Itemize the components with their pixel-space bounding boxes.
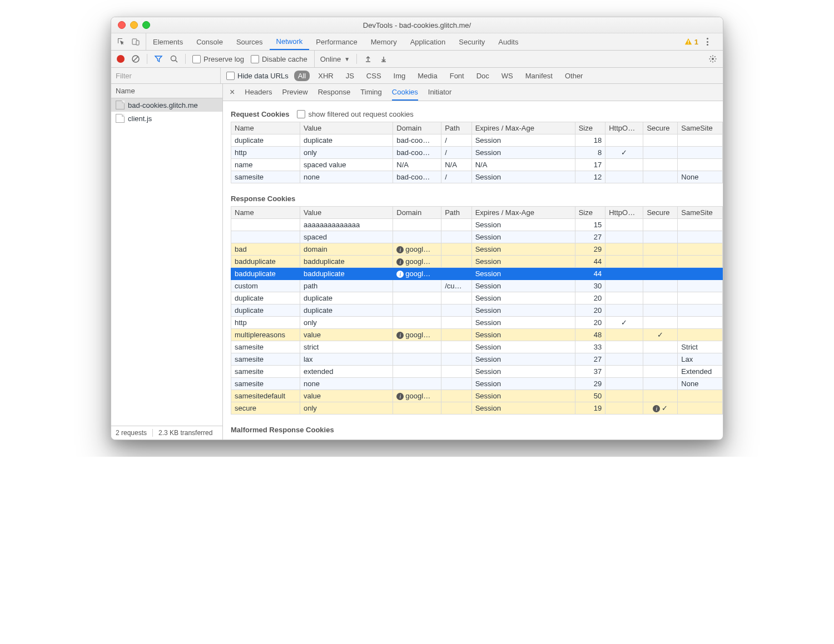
- record-button[interactable]: [117, 55, 125, 63]
- cookie-column-header[interactable]: SameSite: [678, 207, 723, 219]
- type-filter-js[interactable]: JS: [342, 71, 358, 81]
- panel-tab-security[interactable]: Security: [452, 33, 492, 50]
- malformed-cookies-title: Malformed Response Cookies: [223, 422, 723, 437]
- panel-tab-audits[interactable]: Audits: [492, 33, 525, 50]
- cookie-row[interactable]: samesitedefaultvalueigoogl…Session50: [231, 390, 723, 402]
- status-bar: 2 requests 2.3 KB transferred: [111, 426, 222, 440]
- cookie-row[interactable]: secureonlySession19i✓: [231, 402, 723, 415]
- type-filter-font[interactable]: Font: [446, 71, 468, 81]
- detail-tab-headers[interactable]: Headers: [245, 88, 272, 97]
- info-icon: i: [396, 393, 404, 400]
- panel-tab-sources[interactable]: Sources: [230, 33, 270, 50]
- type-filter-css[interactable]: CSS: [363, 71, 385, 81]
- type-filter-doc[interactable]: Doc: [473, 71, 493, 81]
- panel-tab-application[interactable]: Application: [404, 33, 453, 50]
- inspect-element-icon[interactable]: [117, 37, 126, 46]
- cookie-column-header[interactable]: Size: [575, 122, 605, 134]
- warnings-count: 1: [694, 38, 698, 46]
- response-cookies-table[interactable]: NameValueDomainPathExpires / Max-AgeSize…: [231, 206, 723, 415]
- cookie-row[interactable]: samesitenoneSession29None: [231, 378, 723, 390]
- type-filter-img[interactable]: Img: [390, 71, 410, 81]
- cookie-row[interactable]: samesiteextendedSession37Extended: [231, 366, 723, 378]
- warnings-indicator[interactable]: 1: [684, 38, 698, 46]
- download-har-icon[interactable]: [379, 54, 388, 63]
- panel-tab-network[interactable]: Network: [270, 33, 310, 50]
- throttling-select[interactable]: Online ▼: [314, 51, 350, 67]
- cookie-column-header[interactable]: SameSite: [678, 122, 723, 134]
- cookie-row[interactable]: aaaaaaaaaaaaaaSession15: [231, 219, 723, 231]
- request-item-label: bad-cookies.glitch.me: [128, 101, 198, 109]
- cookie-row[interactable]: httponlySession20✓: [231, 317, 723, 329]
- request-item[interactable]: bad-cookies.glitch.me: [111, 98, 222, 112]
- filter-icon[interactable]: [154, 54, 163, 63]
- detail-tab-initiator[interactable]: Initiator: [428, 88, 452, 97]
- disable-cache-checkbox[interactable]: Disable cache: [251, 55, 307, 63]
- cookie-row[interactable]: custompath/cu…Session30: [231, 280, 723, 292]
- type-filter-media[interactable]: Media: [414, 71, 441, 81]
- network-toolbar: Preserve log Disable cache Online ▼: [111, 51, 723, 68]
- fullscreen-window-button[interactable]: [142, 21, 150, 29]
- network-settings-icon[interactable]: [708, 54, 717, 63]
- cookie-column-header[interactable]: Expires / Max-Age: [471, 122, 575, 134]
- cookie-column-header[interactable]: Size: [575, 207, 605, 219]
- cookie-column-header[interactable]: Secure: [643, 122, 678, 134]
- cookie-column-header[interactable]: Expires / Max-Age: [471, 207, 575, 219]
- cookie-column-header[interactable]: Secure: [643, 207, 678, 219]
- search-icon[interactable]: [170, 54, 178, 63]
- cookie-row[interactable]: baddomainigoogl…Session29: [231, 243, 723, 256]
- type-filter-manifest[interactable]: Manifest: [522, 71, 557, 81]
- cookie-column-header[interactable]: Domain: [393, 207, 441, 219]
- cookie-column-header[interactable]: Domain: [393, 122, 441, 134]
- cookie-row[interactable]: samesitenonebad-coo…/Session12None: [231, 171, 723, 183]
- show-filtered-checkbox[interactable]: show filtered out request cookies: [297, 110, 413, 118]
- close-detail-icon[interactable]: ×: [230, 88, 235, 97]
- detail-tab-preview[interactable]: Preview: [282, 88, 307, 97]
- cookie-column-header[interactable]: HttpO…: [605, 122, 643, 134]
- request-cookies-table[interactable]: NameValueDomainPathExpires / Max-AgeSize…: [231, 122, 723, 183]
- cookie-column-header[interactable]: Name: [231, 207, 300, 219]
- filter-bar: Hide data URLs AllXHRJSCSSImgMediaFontDo…: [111, 68, 723, 84]
- detail-tab-cookies[interactable]: Cookies: [392, 88, 418, 101]
- cookie-row[interactable]: samesitelaxSession27Lax: [231, 353, 723, 366]
- request-detail-pane: × HeadersPreviewResponseTimingCookiesIni…: [223, 84, 723, 440]
- cookie-row[interactable]: duplicateduplicateSession20: [231, 304, 723, 317]
- preserve-log-checkbox[interactable]: Preserve log: [192, 55, 244, 63]
- panel-tab-console[interactable]: Console: [190, 33, 230, 50]
- clear-icon[interactable]: [131, 54, 140, 63]
- cookie-row[interactable]: httponlybad-coo…/Session8✓: [231, 147, 723, 159]
- panel-tabs: ElementsConsoleSourcesNetworkPerformance…: [146, 33, 525, 50]
- detail-tab-response[interactable]: Response: [318, 88, 351, 97]
- cookie-row[interactable]: duplicateduplicatebad-coo…/Session18: [231, 134, 723, 147]
- device-toolbar-icon[interactable]: [131, 37, 140, 46]
- cookie-column-header[interactable]: Path: [441, 122, 472, 134]
- request-item[interactable]: client.js: [111, 112, 222, 125]
- more-menu-icon[interactable]: [704, 37, 717, 46]
- status-transferred: 2.3 KB transferred: [158, 429, 218, 437]
- upload-har-icon[interactable]: [364, 54, 373, 63]
- cookie-row[interactable]: namespaced valueN/AN/AN/A17: [231, 159, 723, 171]
- type-filter-other[interactable]: Other: [561, 71, 587, 81]
- minimize-window-button[interactable]: [130, 21, 138, 29]
- cookie-column-header[interactable]: Path: [441, 207, 472, 219]
- detail-tab-timing[interactable]: Timing: [360, 88, 382, 97]
- cookie-row[interactable]: badduplicatebadduplicateigoogl…Session44: [231, 256, 723, 268]
- cookie-row[interactable]: multiplereasonsvalueigoogl…Session48✓: [231, 329, 723, 341]
- preserve-log-label: Preserve log: [203, 55, 244, 63]
- type-filter-all[interactable]: All: [294, 71, 310, 81]
- cookie-column-header[interactable]: Value: [300, 207, 393, 219]
- hide-data-urls-checkbox[interactable]: Hide data URLs: [226, 72, 289, 80]
- type-filter-ws[interactable]: WS: [498, 71, 517, 81]
- cookie-column-header[interactable]: HttpO…: [605, 207, 643, 219]
- type-filter-xhr[interactable]: XHR: [314, 71, 337, 81]
- panel-tab-performance[interactable]: Performance: [309, 33, 364, 50]
- panel-tab-elements[interactable]: Elements: [146, 33, 190, 50]
- cookie-column-header[interactable]: Name: [231, 122, 300, 134]
- filter-input[interactable]: [111, 68, 221, 83]
- panel-tab-memory[interactable]: Memory: [364, 33, 404, 50]
- cookie-row[interactable]: badduplicatebadduplicateigoogl…Session44: [231, 268, 723, 280]
- cookie-row[interactable]: duplicateduplicateSession20: [231, 292, 723, 304]
- cookie-row[interactable]: spacedSession27: [231, 231, 723, 243]
- cookie-row[interactable]: samesitestrictSession33Strict: [231, 341, 723, 353]
- cookie-column-header[interactable]: Value: [300, 122, 393, 134]
- close-window-button[interactable]: [118, 21, 126, 29]
